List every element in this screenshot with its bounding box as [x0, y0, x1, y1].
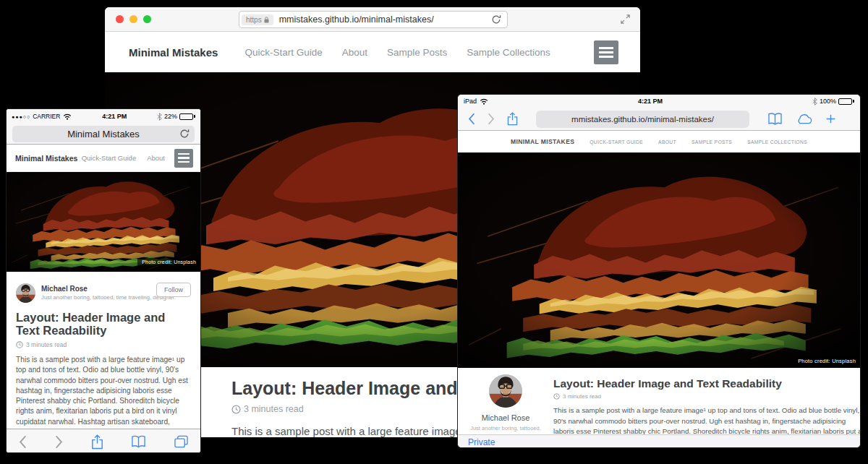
share-icon[interactable] — [91, 434, 103, 450]
nav-link-about[interactable]: ABOUT — [658, 139, 676, 145]
author-bio: Just another boring, tattooed, — [458, 425, 553, 431]
page-title: Minimal Mistakes — [67, 129, 140, 139]
carrier-label: CARRIER — [33, 113, 60, 120]
bluetooth-icon — [812, 98, 817, 106]
back-icon[interactable] — [19, 435, 27, 449]
zoom-window-button[interactable] — [143, 15, 151, 23]
nav-link-sample-collections[interactable]: SAMPLE COLLECTIONS — [747, 139, 807, 145]
battery-icon — [838, 98, 854, 105]
avatar — [16, 283, 35, 303]
back-icon[interactable] — [468, 113, 475, 125]
icloud-tabs-icon[interactable] — [795, 113, 813, 124]
forward-icon[interactable] — [488, 113, 495, 125]
ipad-site-nav: MINIMAL MISTAKES QUICK-START GUIDE ABOUT… — [458, 131, 860, 152]
forward-icon[interactable] — [55, 435, 63, 449]
nav-links: Quick-Start Guide About — [82, 154, 165, 162]
site-brand[interactable]: Minimal Mistakes — [15, 154, 77, 163]
nav-link-about[interactable]: About — [342, 47, 367, 58]
minimize-window-button[interactable] — [129, 15, 137, 23]
read-time-label: 3 minutes read — [26, 341, 67, 348]
bookmarks-icon[interactable] — [131, 435, 146, 448]
menu-toggle-button[interactable] — [174, 149, 193, 168]
private-browsing-bar: Private — [458, 434, 860, 448]
bookmarks-icon[interactable] — [767, 113, 783, 125]
article-title: Layout: Header Image and Text Readabilit… — [16, 311, 191, 338]
wifi-icon — [63, 113, 72, 120]
iphone-url-row: Minimal Mistakes — [7, 124, 200, 145]
nav-link-sample-posts[interactable]: Sample Posts — [387, 47, 447, 58]
battery-percent: 22% — [164, 113, 177, 120]
battery-percent: 100% — [820, 98, 836, 105]
menu-toggle-button[interactable] — [594, 40, 618, 64]
read-time: 3 minutes read — [16, 341, 191, 348]
status-time: 4:21 PM — [72, 113, 157, 120]
device-showcase: https mmistakes.github.io/minimal-mistak… — [0, 0, 868, 464]
read-time-label: 3 minutes read — [563, 393, 601, 400]
signal-dots-icon: ●●●○○ — [12, 114, 30, 119]
window-controls — [116, 15, 151, 23]
iphone-address-bar[interactable]: Minimal Mistakes — [12, 126, 195, 142]
private-button[interactable]: Private — [468, 437, 495, 447]
desktop-site-nav: Minimal Mistakes Quick-Start Guide About… — [105, 32, 640, 72]
nav-link-quick-start[interactable]: Quick-Start Guide — [82, 154, 137, 162]
nav-link-quick-start[interactable]: Quick-Start Guide — [244, 47, 322, 58]
wifi-icon — [480, 98, 488, 105]
read-time-label: 3 minutes read — [244, 404, 304, 414]
article-body: This is a sample post with a large featu… — [16, 355, 191, 429]
site-brand[interactable]: MINIMAL MISTAKES — [511, 138, 574, 145]
article-title: Layout: Header Image and Text Readabilit… — [553, 377, 860, 390]
leaves-photo — [458, 152, 860, 368]
desktop-browser-chrome: https mmistakes.github.io/minimal-mistak… — [105, 7, 640, 32]
url-text: mmistakes.github.io/minimal-mistakes/ — [279, 14, 491, 25]
share-icon[interactable] — [507, 112, 518, 126]
tabs-icon[interactable] — [174, 435, 188, 448]
iphone-frame: ●●●○○ CARRIER 4:21 PM 22% Minimal Mistak… — [6, 108, 201, 453]
ipad-status-bar: iPad 4:21 PM 100% — [458, 95, 860, 108]
read-time: 3 minutes read — [553, 393, 860, 400]
feature-image-ipad: Photo credit: Unsplash — [458, 152, 860, 368]
paragraph-1: This is a sample post with a large featu… — [16, 355, 191, 429]
iphone-article: Michael Rose Just another boring, tattoo… — [7, 272, 200, 429]
safari-bottom-toolbar — [7, 429, 200, 453]
photo-credit-badge: Photo credit: Unsplash — [137, 258, 200, 266]
nav-links: Quick-Start Guide About Sample Posts Sam… — [244, 47, 550, 58]
nav-link-quick-start[interactable]: QUICK-START GUIDE — [590, 139, 643, 145]
ipad-frame: iPad 4:21 PM 100% mmistakes.github.io/mi… — [457, 94, 861, 448]
nav-link-sample-collections[interactable]: Sample Collections — [467, 47, 550, 58]
ipad-address-bar[interactable]: mmistakes.github.io/minimal-mistakes/ — [536, 111, 749, 128]
address-bar[interactable]: https mmistakes.github.io/minimal-mistak… — [239, 11, 508, 28]
iphone-site-nav: Minimal Mistakes Quick-Start Guide About — [7, 145, 200, 172]
avatar — [489, 374, 522, 408]
safari-toolbar: mmistakes.github.io/minimal-mistakes/ — [458, 108, 860, 131]
reload-icon[interactable] — [491, 14, 501, 25]
author-bio-row: Michael Rose Just another boring, tattoo… — [16, 281, 191, 304]
nav-links: QUICK-START GUIDE ABOUT SAMPLE POSTS SAM… — [590, 139, 807, 145]
reload-icon[interactable] — [179, 129, 190, 141]
author-name: Michael Rose — [458, 413, 553, 422]
nav-link-about[interactable]: About — [147, 154, 165, 162]
status-time: 4:21 PM — [488, 98, 812, 105]
close-window-button[interactable] — [116, 15, 124, 23]
clock-icon — [231, 405, 241, 414]
bluetooth-icon — [157, 113, 162, 121]
author-bio: Just another boring, tattooed, time trav… — [41, 294, 176, 301]
https-badge: https — [242, 14, 273, 25]
follow-button[interactable]: Follow — [156, 283, 191, 297]
clock-icon — [553, 393, 560, 400]
leaves-photo — [7, 172, 200, 272]
url-text: mmistakes.github.io/minimal-mistakes/ — [571, 115, 714, 124]
new-tab-icon[interactable] — [825, 113, 836, 124]
feature-image-iphone: Photo credit: Unsplash — [7, 172, 200, 272]
fullscreen-toggle-icon[interactable] — [620, 14, 631, 27]
article-body: This is a sample post with a large featu… — [553, 405, 860, 434]
photo-credit-badge: Photo credit: Unsplash — [793, 356, 860, 366]
author-sidebar: Michael Rose Just another boring, tattoo… — [458, 368, 553, 434]
iphone-status-bar: ●●●○○ CARRIER 4:21 PM 22% — [7, 109, 200, 124]
device-label: iPad — [464, 98, 477, 105]
site-brand[interactable]: Minimal Mistakes — [129, 46, 218, 59]
battery-icon — [179, 113, 195, 120]
ipad-article: Michael Rose Just another boring, tattoo… — [458, 368, 860, 434]
clock-icon — [16, 341, 23, 348]
https-label: https — [246, 16, 262, 24]
nav-link-sample-posts[interactable]: SAMPLE POSTS — [692, 139, 732, 145]
